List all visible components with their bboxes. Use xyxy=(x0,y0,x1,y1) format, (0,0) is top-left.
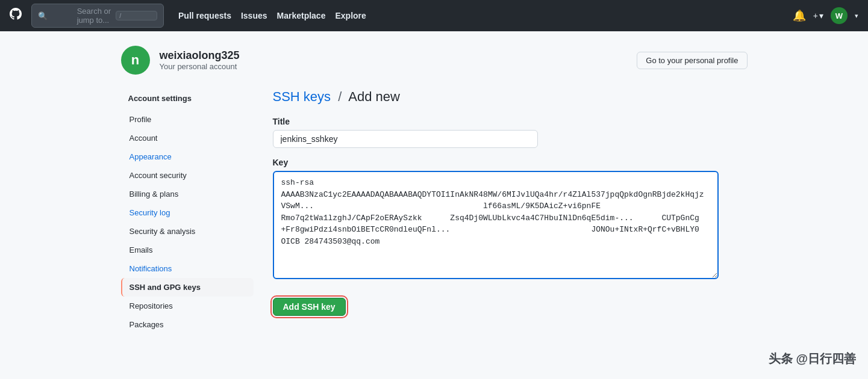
user-avatar[interactable]: W xyxy=(831,7,848,24)
plus-label: + xyxy=(813,11,818,20)
sidebar: Account settings Profile Account Appeara… xyxy=(121,89,254,334)
profile-username: weixiaolong325 xyxy=(160,49,240,62)
page-wrapper: n weixiaolong325 Your personal account G… xyxy=(73,31,796,348)
key-textarea[interactable]: ssh-rsa AAAAB3NzaC1yc2EAAAADAQABAAABAQDY… xyxy=(273,171,719,279)
main-content: Account settings Profile Account Appeara… xyxy=(121,89,748,334)
top-nav-right: 🔔 + ▾ W ▾ xyxy=(793,7,858,24)
chevron-down-icon-avatar: ▾ xyxy=(855,12,858,20)
search-placeholder: Search or jump to... xyxy=(77,7,111,25)
notification-icon[interactable]: 🔔 xyxy=(793,9,806,22)
sidebar-heading: Account settings xyxy=(121,89,254,108)
search-box[interactable]: 🔍 Search or jump to... / xyxy=(31,4,164,28)
avatar: n xyxy=(121,46,150,75)
title-input[interactable] xyxy=(273,130,538,148)
title-form-group: Title xyxy=(273,117,748,148)
key-form-group: Key ssh-rsa AAAAB3NzaC1yc2EAAAADAQABAAAB… xyxy=(273,158,748,281)
profile-info: weixiaolong325 Your personal account xyxy=(160,49,240,71)
nav-issues[interactable]: Issues xyxy=(241,11,267,20)
sidebar-item-account[interactable]: Account xyxy=(121,129,254,147)
chevron-down-icon: ▾ xyxy=(819,11,823,20)
new-menu-button[interactable]: + ▾ xyxy=(813,11,823,20)
search-kbd: / xyxy=(116,11,157,20)
profile-header-left: n weixiaolong325 Your personal account xyxy=(121,46,240,75)
avatar-initials: W xyxy=(835,11,843,20)
add-ssh-key-button[interactable]: Add SSH key xyxy=(273,298,346,316)
breadcrumb-separator: / xyxy=(338,89,342,104)
sidebar-item-packages[interactable]: Packages xyxy=(121,315,254,334)
sidebar-item-security-analysis[interactable]: Security & analysis xyxy=(121,222,254,241)
nav-marketplace[interactable]: Marketplace xyxy=(277,11,326,20)
nav-pull-requests[interactable]: Pull requests xyxy=(178,11,231,20)
sidebar-item-billing[interactable]: Billing & plans xyxy=(121,185,254,203)
search-icon: 🔍 xyxy=(38,11,72,20)
go-to-profile-button[interactable]: Go to your personal profile xyxy=(637,52,747,69)
sidebar-item-repositories[interactable]: Repositories xyxy=(121,297,254,315)
profile-header: n weixiaolong325 Your personal account G… xyxy=(121,46,748,75)
sidebar-item-appearance[interactable]: Appearance xyxy=(121,147,254,166)
breadcrumb-current: Add new xyxy=(348,89,400,104)
key-label: Key xyxy=(273,158,748,167)
breadcrumb: SSH keys / Add new xyxy=(273,89,748,105)
sidebar-item-ssh-gpg-keys[interactable]: SSH and GPG keys xyxy=(121,278,254,297)
avatar-initials: n xyxy=(131,52,139,68)
sidebar-item-account-security[interactable]: Account security xyxy=(121,166,254,185)
top-navigation: 🔍 Search or jump to... / Pull requests I… xyxy=(0,0,868,31)
sidebar-item-security-log[interactable]: Security log xyxy=(121,203,254,222)
github-logo[interactable] xyxy=(10,8,22,23)
title-label: Title xyxy=(273,117,748,126)
top-nav-links: Pull requests Issues Marketplace Explore xyxy=(178,11,366,20)
profile-subtitle: Your personal account xyxy=(160,62,240,71)
sidebar-item-emails[interactable]: Emails xyxy=(121,241,254,259)
content-area: SSH keys / Add new Title Key ssh-rsa AAA… xyxy=(273,89,748,334)
breadcrumb-link[interactable]: SSH keys xyxy=(273,89,331,104)
sidebar-item-notifications[interactable]: Notifications xyxy=(121,259,254,278)
nav-explore[interactable]: Explore xyxy=(335,11,366,20)
sidebar-item-profile[interactable]: Profile xyxy=(121,110,254,129)
